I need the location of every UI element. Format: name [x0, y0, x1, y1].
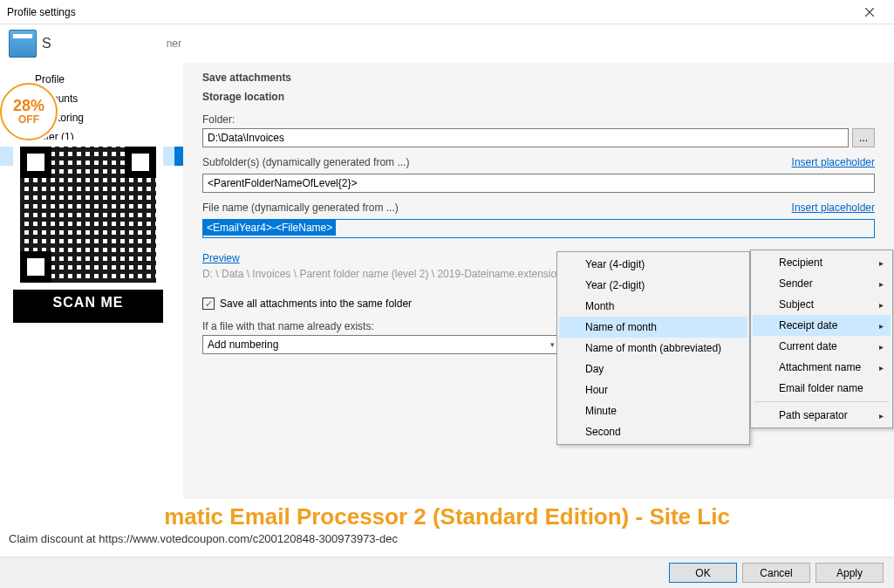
menu-item-email-folder-name[interactable]: Email folder name — [753, 378, 891, 399]
close-button[interactable] — [852, 0, 887, 24]
browse-button[interactable]: ... — [852, 128, 875, 147]
checkbox-label: Save all attachments into the same folde… — [220, 297, 412, 310]
save-same-folder-checkbox[interactable]: ✓ — [202, 297, 215, 310]
menu-item-year4[interactable]: Year (4-digit) — [559, 254, 747, 275]
window-title: Profile settings — [7, 6, 852, 18]
ok-button[interactable]: OK — [669, 563, 737, 583]
placeholder-menu: Recipient Sender Subject Receipt date Cu… — [750, 250, 893, 428]
insert-placeholder-link[interactable]: Insert placeholder — [792, 156, 875, 168]
menu-item-sender[interactable]: Sender — [753, 273, 891, 294]
toolbar: S ner — [0, 24, 894, 63]
select-value: Add numbering — [208, 338, 278, 351]
menu-item-second[interactable]: Second — [559, 421, 747, 442]
date-submenu: Year (4-digit) Year (2-digit) Month Name… — [556, 251, 750, 445]
menu-item-name-of-month-abbr[interactable]: Name of month (abbreviated) — [559, 338, 747, 359]
menu-item-receipt-date[interactable]: Receipt date — [753, 315, 891, 336]
menu-item-day[interactable]: Day — [559, 359, 747, 379]
cancel-button[interactable]: Cancel — [742, 563, 810, 583]
menu-item-name-of-month[interactable]: Name of month — [559, 317, 747, 338]
menu-item-hour[interactable]: Hour — [559, 379, 747, 400]
qr-code-area: SCAN ME — [13, 140, 163, 323]
promo-banner: matic Email Processor 2 (Standard Editio… — [0, 499, 894, 557]
toolbar-label-start: S — [42, 36, 51, 51]
filename-input[interactable]: <EmailYear4>-<FileName> — [202, 219, 875, 238]
exists-select[interactable]: Add numbering ▾ — [202, 335, 560, 354]
button-bar: OK Cancel Apply — [0, 557, 894, 588]
subfolder-input[interactable] — [202, 174, 875, 193]
promo-subtitle: Claim discount at https://www.votedcoupo… — [0, 530, 894, 547]
subfolder-label: Subfolder(s) (dynamically generated from… — [202, 156, 409, 168]
menu-item-attachment-name[interactable]: Attachment name — [753, 357, 891, 378]
menu-item-subject[interactable]: Subject — [753, 294, 891, 315]
menu-item-path-separator[interactable]: Path separator — [753, 405, 891, 426]
folder-input[interactable] — [202, 128, 849, 147]
menu-separator — [754, 401, 889, 402]
menu-item-minute[interactable]: Minute — [559, 400, 747, 421]
section-title: Save attachments — [202, 72, 875, 84]
qr-code-icon — [13, 140, 163, 290]
titlebar: Profile settings — [0, 0, 894, 24]
app-icon — [9, 30, 37, 58]
sidebar-item-label: Profile — [35, 73, 65, 85]
scan-me-label: SCAN ME — [13, 290, 163, 316]
toolbar-label-suffix: ner — [167, 38, 181, 50]
apply-button[interactable]: Apply — [816, 563, 884, 583]
menu-item-year2[interactable]: Year (2-digit) — [559, 275, 747, 296]
filename-value-selection: <EmailYear4>-<FileName> — [203, 220, 336, 236]
promo-title: matic Email Processor 2 (Standard Editio… — [0, 503, 894, 530]
chevron-down-icon: ▾ — [550, 340, 555, 349]
folder-label: Folder: — [202, 113, 875, 126]
subsection-title: Storage location — [202, 91, 875, 103]
menu-item-recipient[interactable]: Recipient — [753, 252, 891, 273]
menu-item-current-date[interactable]: Current date — [753, 336, 891, 357]
filename-label: File name (dynamically generated from ..… — [202, 202, 399, 214]
insert-placeholder-link-2[interactable]: Insert placeholder — [792, 202, 875, 214]
preview-link[interactable]: Preview — [202, 252, 240, 264]
menu-item-month[interactable]: Month — [559, 296, 747, 317]
discount-badge: 28%OFF — [0, 83, 58, 140]
